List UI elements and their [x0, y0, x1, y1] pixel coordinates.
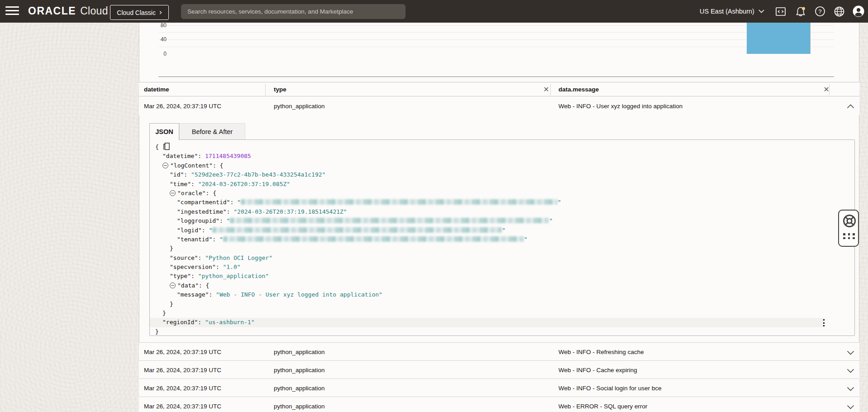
redacted-value	[241, 199, 558, 205]
json-line-ingestedtime: "ingestedtime": "2024-03-26T20:37:19.185…	[150, 207, 854, 216]
cell-datetime: Mar 26, 2024, 20:37:19 UTC	[144, 96, 221, 115]
help-icon[interactable]: ?	[815, 6, 825, 17]
cell-datetime: Mar 26, 2024, 20:37:19 UTC	[144, 379, 221, 397]
oracle-cloud-logo[interactable]: ORACLE Cloud	[28, 5, 108, 17]
log-table-row[interactable]: Mar 26, 2024, 20:37:19 UTCpython_applica…	[139, 96, 859, 115]
expand-row-icon[interactable]	[847, 367, 856, 374]
json-line-data: "data": {	[150, 281, 854, 290]
json-line: }	[150, 309, 854, 318]
expand-row-icon[interactable]	[847, 385, 856, 392]
expand-row-icon[interactable]	[847, 349, 856, 356]
column-header-type: type	[274, 86, 286, 93]
cell-datetime: Mar 26, 2024, 20:37:19 UTC	[144, 397, 221, 412]
notifications-bell-icon[interactable]	[795, 6, 806, 17]
notification-dot-badge	[802, 7, 805, 10]
cell-type: python_application	[274, 397, 325, 412]
log-table-row[interactable]: Mar 26, 2024, 20:37:19 UTCpython_applica…	[139, 360, 859, 379]
region-selector[interactable]: US East (Ashburn)	[700, 5, 764, 17]
support-lifering-icon[interactable]	[842, 214, 857, 230]
column-header-datetime: datetime	[144, 86, 169, 93]
log-table-row[interactable]: Mar 26, 2024, 20:37:19 UTCpython_applica…	[139, 397, 859, 412]
json-line-oracle: "oracle": {	[150, 189, 854, 198]
global-header: ORACLE Cloud Cloud Classic › US East (As…	[0, 0, 868, 23]
chevron-down-icon	[758, 10, 764, 13]
json-line: }	[150, 327, 854, 336]
global-search-input[interactable]	[181, 4, 405, 19]
expand-row-icon[interactable]	[847, 403, 856, 410]
chart-y-tick-label: 80	[149, 22, 167, 29]
drag-handle-dots-icon[interactable]	[843, 233, 855, 239]
collapse-node-icon[interactable]	[162, 163, 168, 168]
json-line-logContent: "logContent": {	[150, 161, 854, 170]
json-line-logid: "logid": ""	[150, 226, 854, 235]
results-table-header: datetimetypedata.message✕✕	[139, 82, 859, 96]
row-actions-kebab-icon[interactable]	[820, 319, 827, 326]
json-line-type: "type": "python_application"	[150, 272, 854, 281]
cloud-classic-button[interactable]: Cloud Classic ›	[110, 5, 169, 20]
cell-datetime: Mar 26, 2024, 20:37:19 UTC	[144, 343, 221, 361]
svg-text:?: ?	[819, 9, 822, 15]
column-header-data.message: data.message	[558, 86, 599, 93]
collapse-row-icon[interactable]	[847, 102, 856, 110]
collapse-node-icon[interactable]	[170, 190, 176, 196]
json-line-compartmentid: "compartmentid": ""	[150, 198, 854, 207]
tab-before-after[interactable]: Before & After	[179, 123, 245, 140]
collapse-node-icon[interactable]	[170, 283, 176, 288]
chart-bar-edge-line	[810, 23, 811, 54]
profile-avatar-icon[interactable]	[853, 5, 863, 16]
tab-json[interactable]: JSON	[149, 123, 179, 140]
column-divider	[265, 84, 266, 96]
json-line-time: "time": "2024-03-26T20:37:19.085Z"	[150, 180, 854, 189]
cell-message: Web - INFO - Social login for user bce	[558, 379, 662, 397]
language-globe-icon[interactable]	[834, 6, 844, 17]
chart-gridline	[158, 47, 834, 47]
cell-datetime: Mar 26, 2024, 20:37:19 UTC	[144, 361, 221, 379]
log-table-row[interactable]: Mar 26, 2024, 20:37:19 UTCpython_applica…	[139, 378, 859, 398]
chart-gridline	[158, 39, 834, 40]
region-label: US East (Ashburn)	[700, 8, 754, 15]
json-line: }	[150, 300, 854, 309]
json-line-specversion: "specversion": "1.0"	[150, 263, 854, 272]
cloud-classic-label: Cloud Classic	[117, 9, 156, 16]
redacted-value	[223, 236, 524, 242]
cell-message: Web - INFO - User xyz logged into applic…	[558, 96, 682, 115]
json-log-viewer: {"datetime": 1711485439085"logContent": …	[149, 139, 855, 336]
remove-column-icon[interactable]: ✕	[541, 84, 551, 94]
log-histogram-chart: 04080Mar 26, 20:32Mar 26, 20:33Mar 26, 2…	[0, 23, 868, 81]
chart-gridline	[158, 32, 834, 33]
logo-oracle-text: ORACLE	[28, 5, 76, 17]
cell-type: python_application	[274, 96, 325, 115]
redacted-value	[230, 218, 549, 223]
log-table-row[interactable]: Mar 26, 2024, 20:37:19 UTCpython_applica…	[139, 342, 859, 361]
chart-gridline	[158, 25, 834, 26]
json-line-regionId: "regionId": "us-ashburn-1"	[150, 318, 824, 327]
logo-cloud-text: Cloud	[80, 5, 108, 17]
redacted-value	[212, 227, 502, 233]
chart-x-axis	[158, 77, 834, 77]
code-editor-icon[interactable]	[775, 6, 786, 17]
json-line-datetime: "datetime": 1711485439085	[150, 152, 854, 161]
json-line: {	[150, 143, 854, 152]
help-launcher-widget[interactable]	[838, 210, 859, 247]
json-line-tenantid: "tenantid": ""	[150, 235, 854, 244]
cell-type: python_application	[274, 379, 325, 397]
cell-message: Web - INFO - Refreshing cache	[558, 343, 644, 361]
json-line-id: "id": "529d2ee3-77c2-4b7b-be43-433254a1c…	[150, 170, 854, 179]
json-line: }	[150, 244, 854, 253]
chevron-right-icon: ›	[159, 8, 162, 17]
json-line-message: "message": "Web - INFO - User xyz logged…	[150, 290, 854, 299]
json-line-loggroupid: "loggroupid": ""	[150, 216, 854, 225]
chart-y-tick-label: 0	[149, 51, 167, 57]
cell-type: python_application	[274, 361, 325, 379]
remove-column-icon[interactable]: ✕	[821, 84, 831, 94]
json-line-source: "source": "Python OCI Logger"	[150, 254, 854, 263]
cell-message: Web - INFO - Cache expiring	[558, 361, 637, 379]
chart-bar[interactable]	[747, 23, 810, 54]
cell-type: python_application	[274, 343, 325, 361]
cell-message: Web - ERROR - SQL query error	[558, 397, 648, 412]
chart-y-tick-label: 40	[149, 36, 167, 43]
navigation-menu-icon[interactable]	[5, 6, 19, 16]
